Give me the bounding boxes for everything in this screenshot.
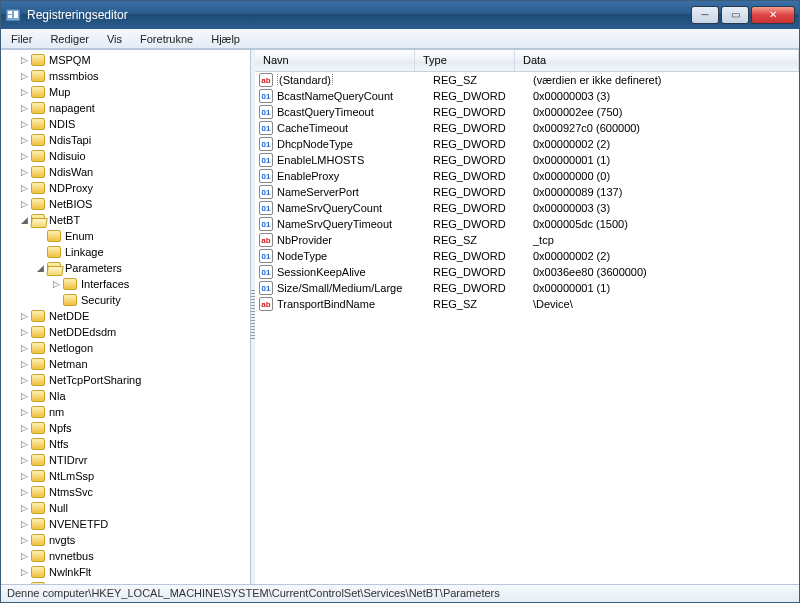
expand-icon[interactable]: ▷ — [19, 487, 29, 497]
value-row[interactable]: 01SessionKeepAliveREG_DWORD0x0036ee80 (3… — [255, 264, 799, 280]
expand-icon[interactable]: ▷ — [19, 519, 29, 529]
value-row[interactable]: 01Size/Small/Medium/LargeREG_DWORD0x0000… — [255, 280, 799, 296]
value-row[interactable]: 01NameServerPortREG_DWORD0x00000089 (137… — [255, 184, 799, 200]
tree-item[interactable]: ▷Netman — [3, 356, 250, 372]
tree-item[interactable]: ◢NetBT — [3, 212, 250, 228]
value-type: REG_SZ — [433, 234, 533, 246]
expand-icon[interactable]: ▷ — [19, 135, 29, 145]
tree-item[interactable]: ▷NetTcpPortSharing — [3, 372, 250, 388]
tree-item[interactable]: ▷NetDDE — [3, 308, 250, 324]
menu-edit[interactable]: Rediger — [46, 31, 93, 47]
column-data[interactable]: Data — [515, 50, 799, 71]
value-row[interactable]: 01DhcpNodeTypeREG_DWORD0x00000002 (2) — [255, 136, 799, 152]
expand-icon[interactable]: ▷ — [19, 343, 29, 353]
tree-item[interactable]: ▷nvnetbus — [3, 548, 250, 564]
expand-icon[interactable]: ▷ — [19, 375, 29, 385]
tree-item[interactable]: ▷NTIDrvr — [3, 452, 250, 468]
value-row[interactable]: abTransportBindNameREG_SZ\Device\ — [255, 296, 799, 312]
value-row[interactable]: ab(Standard)REG_SZ(værdien er ikke defin… — [255, 72, 799, 88]
expand-icon[interactable]: ▷ — [19, 87, 29, 97]
tree-item[interactable]: ▷Ndisuio — [3, 148, 250, 164]
expand-icon[interactable]: ▷ — [19, 583, 29, 584]
tree-item[interactable]: ▷Npfs — [3, 420, 250, 436]
tree-scroll[interactable]: ▷MSPQM▷mssmbios▷Mup▷napagent▷NDIS▷NdisTa… — [1, 50, 250, 584]
expand-icon[interactable]: ▷ — [19, 407, 29, 417]
tree-label: Npfs — [49, 422, 72, 434]
expand-icon[interactable]: ▷ — [19, 471, 29, 481]
tree-item[interactable]: ▷Interfaces — [3, 276, 250, 292]
minimize-button[interactable]: ─ — [691, 6, 719, 24]
expand-icon[interactable]: ▷ — [19, 199, 29, 209]
expand-icon[interactable]: ◢ — [35, 263, 45, 273]
expand-icon[interactable]: ▷ — [19, 167, 29, 177]
expand-icon[interactable]: ▷ — [19, 311, 29, 321]
menu-file[interactable]: Filer — [7, 31, 36, 47]
tree-label: Null — [49, 502, 68, 514]
expand-icon[interactable]: ▷ — [19, 391, 29, 401]
expand-icon[interactable]: ▷ — [19, 503, 29, 513]
svg-rect-3 — [14, 11, 18, 18]
tree-item[interactable]: ▷Netlogon — [3, 340, 250, 356]
pane-splitter[interactable] — [251, 50, 255, 584]
expand-icon[interactable]: ▷ — [51, 279, 61, 289]
expand-icon[interactable]: ▷ — [19, 567, 29, 577]
tree-item[interactable]: ▷NtmsSvc — [3, 484, 250, 500]
tree-item[interactable]: ▷Security — [3, 292, 250, 308]
value-row[interactable]: 01BcastQueryTimeoutREG_DWORD0x000002ee (… — [255, 104, 799, 120]
tree-item[interactable]: ▷NdisWan — [3, 164, 250, 180]
value-row[interactable]: 01EnableLMHOSTSREG_DWORD0x00000001 (1) — [255, 152, 799, 168]
tree-item[interactable]: ▷NetBIOS — [3, 196, 250, 212]
column-name[interactable]: Navn — [255, 50, 415, 71]
tree-label: NDIS — [49, 118, 75, 130]
tree-item[interactable]: ▷MSPQM — [3, 52, 250, 68]
expand-icon[interactable]: ▷ — [19, 423, 29, 433]
tree-item[interactable]: ▷Ntfs — [3, 436, 250, 452]
expand-icon[interactable]: ▷ — [19, 455, 29, 465]
value-row[interactable]: 01EnableProxyREG_DWORD0x00000000 (0) — [255, 168, 799, 184]
tree-item[interactable]: ▷nm — [3, 404, 250, 420]
expand-icon[interactable]: ▷ — [19, 103, 29, 113]
tree-item[interactable]: ▷NDProxy — [3, 180, 250, 196]
expand-icon[interactable]: ▷ — [19, 535, 29, 545]
tree-item[interactable]: ▷Nla — [3, 388, 250, 404]
value-row[interactable]: abNbProviderREG_SZ_tcp — [255, 232, 799, 248]
maximize-button[interactable]: ▭ — [721, 6, 749, 24]
tree-item[interactable]: ◢Parameters — [3, 260, 250, 276]
expand-icon[interactable]: ▷ — [19, 439, 29, 449]
tree-item[interactable]: ▷NVENETFD — [3, 516, 250, 532]
expand-icon[interactable]: ▷ — [19, 55, 29, 65]
titlebar[interactable]: Registreringseditor ─ ▭ ✕ — [1, 1, 799, 29]
tree-item[interactable]: ▷NdisTapi — [3, 132, 250, 148]
expand-icon[interactable]: ▷ — [19, 119, 29, 129]
tree-item[interactable]: ▷Enum — [3, 228, 250, 244]
value-row[interactable]: 01NameSrvQueryCountREG_DWORD0x00000003 (… — [255, 200, 799, 216]
values-list[interactable]: ab(Standard)REG_SZ(værdien er ikke defin… — [255, 72, 799, 584]
expand-icon[interactable]: ▷ — [19, 71, 29, 81]
tree-item[interactable]: ▷Null — [3, 500, 250, 516]
menu-favorites[interactable]: Foretrukne — [136, 31, 197, 47]
tree-item[interactable]: ▷NDIS — [3, 116, 250, 132]
value-row[interactable]: 01NodeTypeREG_DWORD0x00000002 (2) — [255, 248, 799, 264]
value-row[interactable]: 01BcastNameQueryCountREG_DWORD0x00000003… — [255, 88, 799, 104]
tree-item[interactable]: ▷Mup — [3, 84, 250, 100]
expand-icon[interactable]: ▷ — [19, 359, 29, 369]
tree-item[interactable]: ▷NwlnkFlt — [3, 564, 250, 580]
menu-help[interactable]: Hjælp — [207, 31, 244, 47]
column-type[interactable]: Type — [415, 50, 515, 71]
value-row[interactable]: 01CacheTimeoutREG_DWORD0x000927c0 (60000… — [255, 120, 799, 136]
tree-item[interactable]: ▷NtLmSsp — [3, 468, 250, 484]
tree-item[interactable]: ▷Linkage — [3, 244, 250, 260]
value-row[interactable]: 01NameSrvQueryTimeoutREG_DWORD0x000005dc… — [255, 216, 799, 232]
tree-item[interactable]: ▷napagent — [3, 100, 250, 116]
tree-item[interactable]: ▷NetDDEdsdm — [3, 324, 250, 340]
expand-icon[interactable]: ▷ — [19, 151, 29, 161]
close-button[interactable]: ✕ — [751, 6, 795, 24]
menu-view[interactable]: Vis — [103, 31, 126, 47]
expand-icon[interactable]: ◢ — [19, 215, 29, 225]
tree-item[interactable]: ▷NwlnkFwd — [3, 580, 250, 584]
expand-icon[interactable]: ▷ — [19, 183, 29, 193]
expand-icon[interactable]: ▷ — [19, 551, 29, 561]
expand-icon[interactable]: ▷ — [19, 327, 29, 337]
tree-item[interactable]: ▷mssmbios — [3, 68, 250, 84]
tree-item[interactable]: ▷nvgts — [3, 532, 250, 548]
